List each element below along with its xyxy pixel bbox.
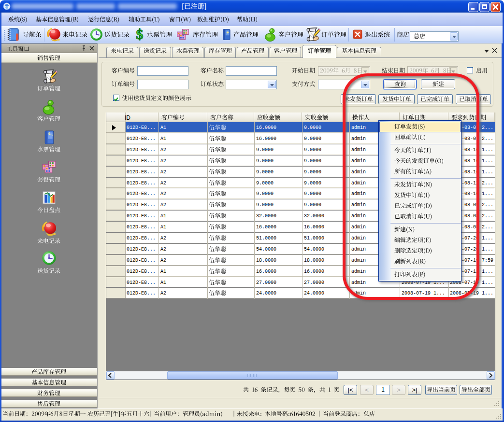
svg-text:$: $ xyxy=(136,27,144,42)
